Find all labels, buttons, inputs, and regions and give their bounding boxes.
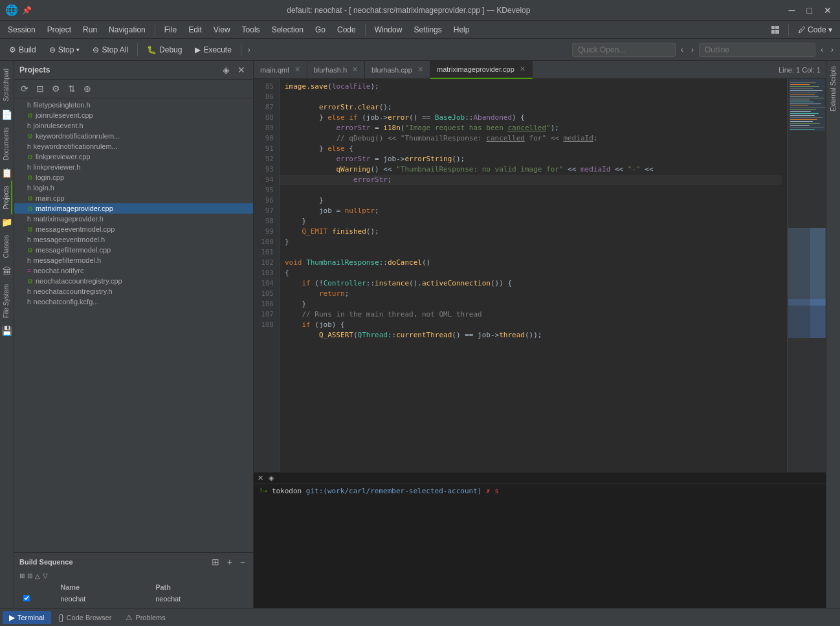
svg-rect-2	[790, 82, 816, 83]
tab-close-icon[interactable]: ✕	[417, 65, 423, 74]
list-item[interactable]: h messageeventmodel.h	[14, 234, 253, 245]
list-item[interactable]: h login.h	[14, 183, 253, 193]
quick-open-input[interactable]	[572, 43, 676, 57]
sidebar-tab-classes[interactable]: Classes	[1, 230, 12, 263]
file-panel-close-btn[interactable]: ✕	[235, 63, 248, 76]
status-tab-terminal[interactable]: ▶ Terminal	[3, 611, 51, 624]
tab-main-qml[interactable]: main.qml ✕	[254, 61, 307, 79]
sidebar-tab-projects[interactable]: Projects	[1, 181, 12, 214]
file-settings-btn[interactable]: ⚙	[49, 82, 63, 95]
build-seq-add-btn[interactable]: +	[225, 555, 235, 568]
list-item[interactable]: ⚙ linkpreviewer.cpp	[14, 151, 253, 162]
code-content[interactable]: image.save(localFile); errorStr.clear();…	[280, 79, 787, 472]
execute-button[interactable]: ▶ Execute	[190, 43, 236, 56]
sidebar-tab-documents[interactable]: Documents	[1, 122, 12, 166]
toolbar-more-icon[interactable]: ›	[245, 44, 253, 56]
maximize-button[interactable]: □	[804, 4, 815, 17]
close-button[interactable]: ✕	[821, 4, 835, 17]
terminal-close-icon[interactable]: ✕	[258, 474, 263, 482]
terminal-content[interactable]: !→ tokodon git:(work/carl/remember-selec…	[254, 484, 826, 608]
menu-session[interactable]: Session	[3, 23, 41, 36]
tab-matriximageprovider[interactable]: matriximageprovider.cpp ✕	[430, 61, 533, 79]
list-item[interactable]: ⚙ login.cpp	[14, 172, 253, 183]
sidebar-tab-external-scripts[interactable]: External Scripts	[827, 61, 839, 117]
build-seq-remove-btn[interactable]: −	[238, 555, 248, 568]
outline-prev-icon[interactable]: ‹	[818, 44, 826, 56]
svg-rect-4	[790, 86, 819, 87]
status-tab-problems[interactable]: ⚠ Problems	[119, 611, 171, 624]
list-item[interactable]: h matriximageprovider.h	[14, 214, 253, 224]
menu-sep-1	[155, 24, 155, 36]
list-item[interactable]: = neochat.notifyrc	[14, 265, 253, 276]
build-seq-collapse-up-btn[interactable]: ⊞	[209, 555, 222, 568]
menu-code-dropdown[interactable]: 🖊 Code ▾	[793, 23, 837, 36]
quick-open-prev-icon[interactable]: ‹	[678, 44, 686, 56]
menu-help[interactable]: Help	[448, 23, 475, 36]
file-filter-btn[interactable]: ⊕	[81, 82, 94, 95]
stop-button[interactable]: ⊖ Stop ▾	[44, 43, 85, 56]
svg-rect-13	[810, 228, 825, 306]
tab-close-icon[interactable]: ✕	[520, 65, 525, 73]
menu-navigation[interactable]: Navigation	[104, 23, 151, 36]
list-item[interactable]: ⚙ matriximageprovider.cpp	[14, 203, 253, 214]
menu-settings[interactable]: Settings	[408, 23, 447, 36]
file-name: messageeventmodel.cpp	[36, 225, 115, 233]
table-row[interactable]: neochat neochat	[21, 594, 247, 604]
list-item[interactable]: ⚙ main.cpp	[14, 193, 253, 203]
file-panel-pin-btn[interactable]: ◈	[220, 63, 232, 76]
terminal-expand-icon[interactable]: ◈	[269, 474, 274, 482]
status-tab-label: Terminal	[17, 614, 45, 621]
list-item[interactable]: h keywordnotificationrulem...	[14, 141, 253, 151]
tab-blurhash-cpp[interactable]: blurhash.cpp ✕	[365, 61, 430, 79]
list-item[interactable]: ⚙ joinrulesevent.cpp	[14, 110, 253, 120]
list-item[interactable]: h linkpreviewer.h	[14, 162, 253, 172]
move-up-icon[interactable]: △	[35, 572, 40, 579]
menu-view[interactable]: View	[208, 23, 236, 36]
outline-input[interactable]	[699, 43, 815, 57]
menu-edit[interactable]: Edit	[183, 23, 207, 36]
file-sync-btn[interactable]: ⟳	[18, 82, 31, 95]
stop-all-button[interactable]: ⊖ Stop All	[87, 43, 133, 56]
list-item[interactable]: h neochatconfig.kcfg...	[14, 296, 253, 307]
list-item[interactable]: ⚙ messagefiltermodel.cpp	[14, 245, 253, 255]
outline-next-icon[interactable]: ›	[828, 44, 836, 56]
stop-all-label: Stop All	[102, 45, 128, 54]
move-down-icon[interactable]: ▽	[43, 572, 48, 579]
list-item[interactable]: ⚙ messageeventmodel.cpp	[14, 224, 253, 234]
file-toolbar: ⟳ ⊟ ⚙ ⇅ ⊕	[14, 80, 253, 98]
file-name: login.cpp	[36, 173, 64, 181]
build-checkbox[interactable]	[23, 595, 30, 601]
code-editor[interactable]: 85868788 89909192 9394 95969798 99100101…	[254, 79, 826, 472]
list-item[interactable]: h filetypesingleton.h	[14, 100, 253, 110]
sidebar-tab-filesystem[interactable]: File System	[1, 279, 12, 323]
tab-close-icon[interactable]: ✕	[352, 65, 358, 74]
menu-project[interactable]: Project	[42, 23, 76, 36]
list-item[interactable]: h neochataccountregistry.h	[14, 286, 253, 296]
build-button[interactable]: ⚙ Build	[4, 43, 41, 56]
debug-button[interactable]: 🐛 Debug	[142, 43, 187, 56]
quick-open-next-icon[interactable]: ›	[689, 44, 696, 56]
file-panel-header: Projects ◈ ✕	[14, 61, 253, 80]
menu-file[interactable]: File	[159, 23, 182, 36]
sidebar-tab-scratchpad[interactable]: Scratchpad	[1, 63, 12, 107]
svg-rect-22	[790, 117, 823, 118]
list-item[interactable]: ⚙ keywordnotificationrulem...	[14, 131, 253, 141]
menu-tools[interactable]: Tools	[237, 23, 265, 36]
menu-run[interactable]: Run	[78, 23, 102, 36]
file-sort-btn[interactable]: ⇅	[65, 82, 78, 95]
status-tab-code-browser[interactable]: {} Code Browser	[52, 611, 118, 624]
window-title: default: neochat - [ neochat:src/matrixi…	[32, 6, 786, 15]
minimize-button[interactable]: ─	[786, 4, 799, 17]
file-collapse-btn[interactable]: ⊟	[34, 82, 47, 95]
collapse-all-icon[interactable]: ⊟	[27, 572, 32, 579]
menu-window[interactable]: Window	[370, 23, 408, 36]
list-item[interactable]: ⚙ neochataccountregistry.cpp	[14, 276, 253, 286]
menu-code[interactable]: Code	[332, 23, 361, 36]
menu-go[interactable]: Go	[310, 23, 331, 36]
tab-close-icon[interactable]: ✕	[294, 65, 300, 74]
list-item[interactable]: h joinrulesevent.h	[14, 120, 253, 131]
menu-selection[interactable]: Selection	[267, 23, 309, 36]
list-item[interactable]: h messagefiltermodel.h	[14, 255, 253, 265]
expand-all-icon[interactable]: ⊞	[19, 572, 25, 579]
tab-blurhash-h[interactable]: blurhash.h ✕	[307, 61, 365, 79]
